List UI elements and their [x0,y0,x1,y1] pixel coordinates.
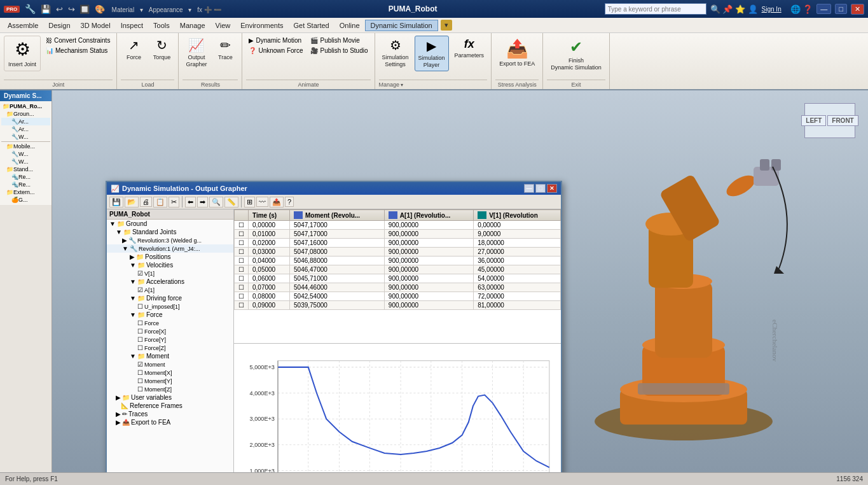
a1-checkbox[interactable] [137,286,144,293]
og-data-table[interactable]: Time (s) Moment (Revolu... [234,209,561,343]
nav-cube-front[interactable]: FRONT [827,115,858,126]
tree-re1[interactable]: 🔩 Re... [1,173,50,181]
tree-puma-robot[interactable]: 📁 PUMA_Ro... [1,102,50,110]
force-btn[interactable]: ↗ Force [121,36,146,63]
menu-environments[interactable]: Environments [235,20,288,31]
moment-checkbox[interactable] [137,361,144,368]
og-trace-btn[interactable]: 〰 [256,197,268,207]
force-z-checkbox[interactable] [137,344,144,351]
tree-node-driving-force[interactable]: ▼📁Driving force [107,294,233,302]
menu-tools[interactable]: Tools [148,20,175,31]
tree-node-moment-x[interactable]: Moment[X] [107,369,233,377]
tree-node-user-vars[interactable]: ▶📁User variables [107,393,233,402]
row-checkbox-5[interactable]: ☐ [235,265,249,274]
og-close-btn[interactable]: ✕ [547,184,557,193]
row-checkbox-1[interactable]: ☐ [235,230,249,239]
og-back-btn[interactable]: ⬅ [185,197,196,207]
menu-more[interactable]: ▾ [441,20,452,31]
og-save-btn[interactable]: 💾 [109,197,123,207]
row-checkbox-8[interactable]: ☐ [235,292,249,301]
tree-node-force[interactable]: Force [107,319,233,327]
nav-cube[interactable]: LEFT FRONT [804,103,855,138]
moment-y-checkbox[interactable] [137,377,144,384]
tree-node-v1[interactable]: V[1] [107,269,233,278]
og-grid-btn[interactable]: ⊞ [244,197,255,207]
og-tree[interactable]: PUMA_Robot ▼📁Ground ▼📁Standard Joints ▶🔧… [107,209,234,472]
close-btn[interactable]: ✕ [851,4,864,15]
og-minimize-btn[interactable]: — [524,184,534,193]
tree-node-positions[interactable]: ▶📁Positions [107,253,233,261]
sign-in-btn[interactable]: Sign In [762,6,782,13]
tree-node-accelerations[interactable]: ▼📁Accelerations [107,278,233,286]
tree-standard[interactable]: 📁 Stand... [1,165,50,173]
tree-node-force-z[interactable]: Force[Z] [107,344,233,352]
menu-view[interactable]: View [210,20,236,31]
tree-w3[interactable]: 🔧 W... [1,158,50,165]
moment-z-checkbox[interactable] [137,386,144,393]
torque-btn[interactable]: ↻ Torque [149,36,174,63]
menu-design[interactable]: Design [43,20,75,31]
finish-simulation-btn[interactable]: ✔ FinishDynamic Simulation [547,36,605,74]
menu-online[interactable]: Online [334,20,365,31]
publish-movie-btn[interactable]: 🎬 Publish Movie [308,36,370,45]
row-checkbox-7[interactable]: ☐ [235,283,249,292]
menu-manage[interactable]: Manage [175,20,210,31]
tree-w2[interactable]: 🔧 W... [1,150,50,158]
nav-cube-left[interactable]: LEFT [801,115,826,126]
menu-inspect[interactable]: Inspect [116,20,148,31]
tree-re2[interactable]: 🔩 Re... [1,181,50,188]
unknown-force-btn[interactable]: ❓ Unknown Force [246,46,305,55]
tree-node-traces[interactable]: ▶✏Traces [107,410,233,418]
mechanism-status-btn[interactable]: 📊 Mechanism Status [43,46,113,55]
row-checkbox-4[interactable]: ☐ [235,257,249,265]
v1-checkbox[interactable] [137,270,144,277]
output-grapher-btn[interactable]: 📈 OutputGrapher [183,36,210,70]
maximize-btn[interactable]: □ [835,4,847,14]
row-checkbox-9[interactable]: ☐ [235,301,249,310]
tree-node-moment-z[interactable]: Moment[Z] [107,385,233,393]
force-x-checkbox[interactable] [137,328,144,335]
tree-extern[interactable]: 📁 Extern... [1,188,50,196]
tree-node-moment[interactable]: Moment [107,360,233,369]
row-checkbox-2[interactable]: ☐ [235,239,249,248]
og-copy-btn[interactable]: 📋 [153,197,167,207]
og-export-btn[interactable]: 📤 [270,197,284,207]
tree-ar2[interactable]: 🔧 Ar... [1,125,50,133]
og-cut-btn[interactable]: ✂ [169,197,179,207]
viewport-3d[interactable]: eCherchelanov LEFT FRONT 📈 Dynamic Simul… [52,90,868,472]
tree-node-force-folder[interactable]: ▼📁Force [107,311,233,319]
convert-constraints-btn[interactable]: ⛓ Convert Constraints [43,36,113,45]
tree-node-ground[interactable]: ▼📁Ground [107,220,233,228]
insert-joint-btn[interactable]: ⚙ Insert Joint [4,36,41,71]
tree-node-rev3[interactable]: ▶🔧Revolution:3 (Welded g... [107,236,233,244]
row-checkbox-6[interactable]: ☐ [235,274,249,283]
row-checkbox-3[interactable]: ☐ [235,248,249,257]
og-maximize-btn[interactable]: □ [535,184,546,193]
tree-node-a1[interactable]: A[1] [107,286,233,294]
og-print-btn[interactable]: 🖨 [140,197,152,207]
publish-studio-btn[interactable]: 🎥 Publish to Studio [308,46,370,55]
tree-g[interactable]: 🍊 G... [1,196,50,204]
og-measure-btn[interactable]: 📏 [224,197,238,207]
menu-3dmodel[interactable]: 3D Model [76,20,116,31]
tree-ar1[interactable]: 🔧 Ar... [1,118,50,125]
row-checkbox-0[interactable]: ☐ [235,221,249,230]
tree-node-moment-y[interactable]: Moment[Y] [107,377,233,385]
simulation-settings-btn[interactable]: ⚙ SimulationSettings [379,36,412,70]
tree-node-ref-frames[interactable]: 📐Reference Frames [107,402,233,410]
tree-mobile[interactable]: 📁 Mobile... [1,143,50,150]
minimize-btn[interactable]: — [816,4,831,14]
dynamic-motion-btn[interactable]: ▶ Dynamic Motion [246,36,305,45]
tree-node-moment-folder[interactable]: ▼📁Moment [107,352,233,360]
og-zoom-btn[interactable]: 🔍 [209,197,223,207]
tree-node-velocities[interactable]: ▼📁Velocities [107,261,233,269]
moment-x-checkbox[interactable] [137,369,144,376]
og-help-btn[interactable]: ? [285,197,294,207]
tree-ground[interactable]: 📁 Groun... [1,110,50,118]
force-y-checkbox[interactable] [137,336,144,343]
u-imposed-checkbox[interactable] [137,303,144,310]
og-open-btn[interactable]: 📂 [125,197,139,207]
og-fwd-btn[interactable]: ➡ [197,197,208,207]
tree-node-force-y[interactable]: Force[Y] [107,335,233,344]
parameters-btn[interactable]: fx Parameters [451,36,488,61]
